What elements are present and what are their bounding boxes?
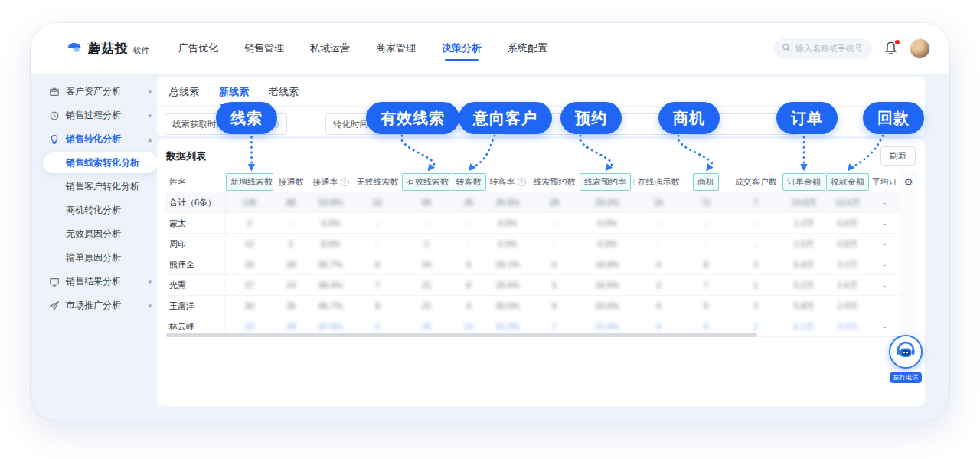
blurred-value: 8 xyxy=(375,301,380,310)
cell: 35 xyxy=(451,198,486,207)
blurred-value: 2 xyxy=(247,218,252,228)
annotation-pill-1: 有效线索 xyxy=(366,102,459,134)
cell: 88 xyxy=(273,198,309,207)
sidebar-item-0[interactable]: 客户资产分析▾ xyxy=(43,80,158,103)
search-input[interactable]: 输入名称或手机号 xyxy=(774,38,872,59)
tab-0[interactable]: 总线索 xyxy=(169,85,199,106)
chevron-down-icon: ▾ xyxy=(148,88,152,96)
cell: - xyxy=(529,218,580,228)
blurred-value: 36.5% xyxy=(495,198,519,207)
cell: - xyxy=(869,322,900,331)
column-header-9: 线索预约率? xyxy=(580,173,635,191)
horizontal-scrollbar[interactable] xyxy=(166,333,757,337)
gear-icon[interactable]: ⚙ xyxy=(900,171,917,192)
cell: 28 xyxy=(273,260,309,269)
blurred-value: - xyxy=(467,218,470,228)
tab-2[interactable]: 老线索 xyxy=(269,85,299,106)
blurred-value: 2 xyxy=(289,239,293,248)
cell: 0.0% xyxy=(486,218,529,228)
blurred-value: - xyxy=(425,218,428,228)
sidebar-item-8[interactable]: 销售结果分析▾ xyxy=(43,270,158,293)
blurred-value: 32 xyxy=(245,260,254,269)
cell: 28.1% xyxy=(486,260,529,269)
highlighted-column-box: 线索预约率 xyxy=(580,173,631,191)
column-header-3: 接通率? xyxy=(309,176,353,188)
blurred-value: - xyxy=(657,218,660,228)
table-row-3: 熊伟全322885.7%824928.1%618.8%4826.4万3.2万- xyxy=(165,254,917,275)
call-widget[interactable]: 拨打电话 xyxy=(887,335,924,384)
sidebar-subitem-5[interactable]: 商机转化分析 xyxy=(43,198,158,222)
cell: - xyxy=(529,239,580,248)
nav-item-1[interactable]: 销售管理 xyxy=(243,35,286,61)
column-header-0: 姓名 xyxy=(165,176,226,188)
nav-item-2[interactable]: 私域运营 xyxy=(309,35,351,61)
cell: 21.9% xyxy=(580,322,635,331)
sidebar-subitem-4[interactable]: 销售客户转化分析 xyxy=(43,175,158,198)
fixed-column-cell xyxy=(900,234,917,254)
info-icon[interactable]: ? xyxy=(518,178,526,186)
annotation-pill-4: 商机 xyxy=(658,102,720,134)
cell: 9 xyxy=(682,301,730,310)
fixed-column-cell xyxy=(900,316,917,337)
blurred-value: 29.6% xyxy=(495,280,519,290)
blurred-value: 8 xyxy=(704,260,708,269)
sidebar-subitem-7[interactable]: 输单原因分析 xyxy=(43,246,158,270)
brand-suffix: 软件 xyxy=(133,45,149,56)
nav-item-3[interactable]: 商家管理 xyxy=(374,35,417,61)
blurred-value: 21 xyxy=(422,280,431,290)
highlighted-column-box: 收款金额 xyxy=(826,173,869,191)
blurred-value: 30 xyxy=(245,301,254,310)
cell: 8 xyxy=(353,260,402,269)
refresh-button[interactable]: 刷新 xyxy=(880,146,916,166)
column-header-10: 在线演示数 xyxy=(635,176,682,188)
sidebar-item-2[interactable]: 销售转化分析▴ xyxy=(43,127,158,151)
column-header-14: 收款金额 xyxy=(826,173,869,191)
app-window: 蘑菇投 软件 广告优化销售管理私域运营商家管理决策分析系统配置 输入名称或手机号 xyxy=(31,23,949,421)
nav-item-5[interactable]: 系统配置 xyxy=(506,35,549,61)
info-icon[interactable]: ? xyxy=(341,178,349,186)
fixed-column-cell xyxy=(900,296,917,316)
nav-item-0[interactable]: 广告优化 xyxy=(177,35,220,61)
sidebar-subitem-3[interactable]: 销售线索转化分析 xyxy=(43,152,158,173)
fixed-column-cell xyxy=(900,213,917,234)
blurred-value: 88 xyxy=(286,198,296,207)
blurred-value: 7 xyxy=(704,280,708,290)
data-list-header: 数据列表 刷新 xyxy=(157,139,925,171)
cell: 0.0% xyxy=(486,239,529,248)
sidebar-item-1[interactable]: 销售过程分析▾ xyxy=(43,103,158,127)
mushroom-logo-icon xyxy=(66,38,83,58)
blurred-value: 9 xyxy=(704,322,708,331)
row-name: 周印 xyxy=(165,234,226,254)
fixed-column-cell xyxy=(900,192,917,213)
cell: 8 xyxy=(682,260,730,269)
sidebar-subitem-6[interactable]: 无效原因分析 xyxy=(43,222,158,246)
column-header-2: 接通数 xyxy=(273,176,309,188)
blurred-value: 135 xyxy=(243,198,256,207)
cell: 96 xyxy=(402,198,451,207)
cell: - xyxy=(869,301,900,310)
notification-bell[interactable] xyxy=(884,41,899,56)
blurred-value: 0.8万 xyxy=(838,239,858,248)
data-list-panel: 数据列表 刷新 姓名新增线索数接通数接通率?无效线索数有效线索数转客数转客率?线… xyxy=(157,139,925,406)
blurred-value: 35 xyxy=(464,198,473,207)
sidebar-item-label: 销售转化分析 xyxy=(66,133,121,146)
cell: 6.4万 xyxy=(782,259,826,270)
blurred-value: 2 xyxy=(753,260,758,269)
cell: 4 xyxy=(635,260,682,269)
user-avatar[interactable] xyxy=(910,39,929,58)
blurred-value: 25 xyxy=(422,322,431,331)
highlighted-column-box: 有效线索数 xyxy=(402,173,451,191)
highlighted-column-box: 转客数 xyxy=(452,173,486,191)
nav-item-4[interactable]: 决策分析 xyxy=(440,35,483,61)
blurred-value: 2 xyxy=(424,239,429,248)
cell: 28 xyxy=(273,322,309,331)
row-name: 王露洋 xyxy=(165,296,226,316)
cell: 6 xyxy=(529,301,580,310)
cell: 3 xyxy=(635,280,682,290)
cell: 10 xyxy=(451,322,486,331)
sidebar-item-label: 销售过程分析 xyxy=(66,109,121,122)
data-list-title: 数据列表 xyxy=(166,149,206,163)
blurred-value: - xyxy=(657,239,660,248)
cell: 5.8万 xyxy=(782,300,826,312)
sidebar-item-9[interactable]: 市场推广分析▾ xyxy=(43,293,158,317)
